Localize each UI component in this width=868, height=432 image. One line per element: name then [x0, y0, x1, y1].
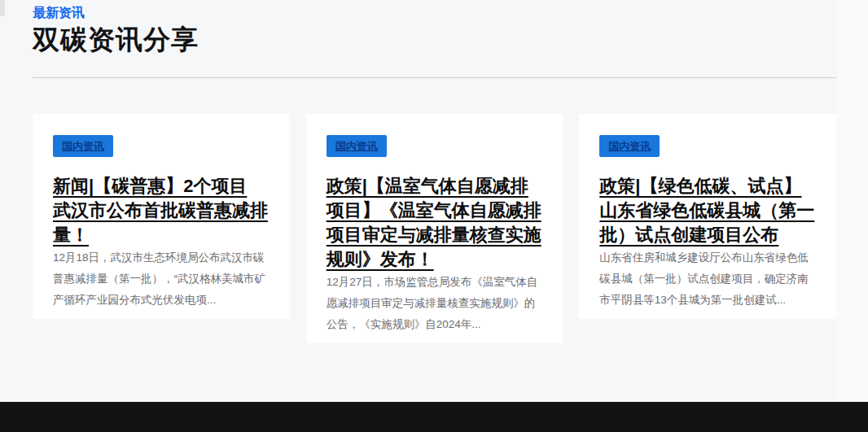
- category-badge[interactable]: 国内资讯: [53, 135, 113, 157]
- right-gutter: [837, 0, 868, 402]
- page-title: 双碳资讯分享: [33, 24, 836, 55]
- news-card[interactable]: 国内资讯新闻|【碳普惠】2个项目 武汉市公布首批碳普惠减排 量！12月18日，武…: [33, 114, 290, 319]
- category-badge[interactable]: 国内资讯: [599, 135, 660, 157]
- article-title-link[interactable]: 政策|【绿色低碳、试点】 山东省绿色低碳县城（第一 批）试点创建项目公布: [599, 174, 816, 247]
- category-badge[interactable]: 国内资讯: [327, 135, 387, 157]
- news-section-page: 最新资讯 双碳资讯分享 国内资讯新闻|【碳普惠】2个项目 武汉市公布首批碳普惠减…: [0, 0, 868, 432]
- content-container: 最新资讯 双碳资讯分享 国内资讯新闻|【碳普惠】2个项目 武汉市公布首批碳普惠减…: [33, 0, 836, 343]
- header-divider: [33, 77, 836, 78]
- news-card[interactable]: 国内资讯政策|【温室气体自愿减排 项目】《温室气体自愿减排 项目审定与减排量核查…: [306, 114, 563, 343]
- article-title-link[interactable]: 政策|【温室气体自愿减排 项目】《温室气体自愿减排 项目审定与减排量核查实施 规…: [327, 174, 543, 272]
- article-excerpt: 12月27日，市场监管总局发布《温室气体自愿减排项目审定与减排量核查实施规则》的…: [327, 272, 543, 335]
- news-card[interactable]: 国内资讯政策|【绿色低碳、试点】 山东省绿色低碳县城（第一 批）试点创建项目公布…: [579, 114, 836, 319]
- section-eyebrow-label: 最新资讯: [33, 5, 836, 21]
- footer-bar: [0, 402, 868, 432]
- article-title-link[interactable]: 新闻|【碳普惠】2个项目 武汉市公布首批碳普惠减排 量！: [53, 174, 270, 247]
- scrollbar-fragment[interactable]: [0, 0, 5, 16]
- article-excerpt: 12月18日，武汉市生态环境局公布武汉市碳普惠减排量（第一批），“武汉格林美城市…: [53, 247, 270, 311]
- article-excerpt: 山东省住房和城乡建设厅公布山东省绿色低碳县城（第一批）试点创建项目，确定济南市平…: [599, 247, 816, 311]
- news-cards-row: 国内资讯新闻|【碳普惠】2个项目 武汉市公布首批碳普惠减排 量！12月18日，武…: [33, 114, 836, 343]
